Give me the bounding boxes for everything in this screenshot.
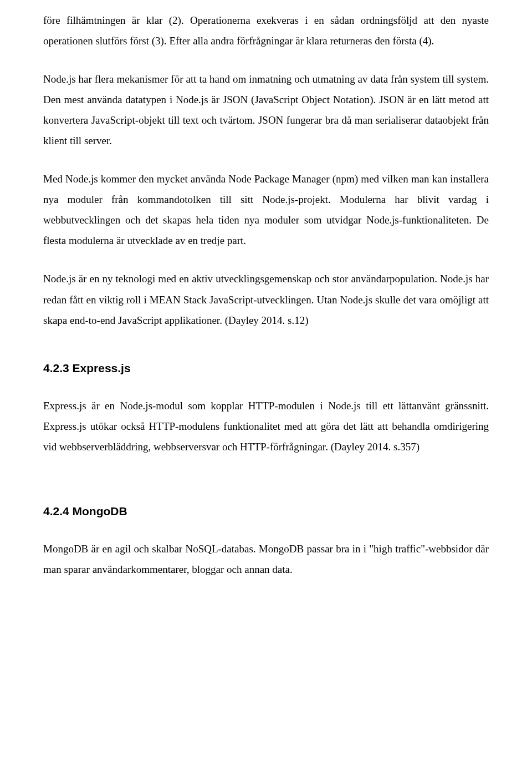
section-heading-mongodb: 4.2.4 MongoDB <box>43 500 489 523</box>
body-paragraph: MongoDB är en agil och skalbar NoSQL-dat… <box>43 539 489 580</box>
section-heading-express: 4.2.3 Express.js <box>43 357 489 380</box>
body-paragraph: Node.js har flera mekanismer för att ta … <box>43 69 489 151</box>
body-paragraph: Med Node.js kommer den mycket använda No… <box>43 169 489 251</box>
body-paragraph: före filhämtningen är klar (2). Operatio… <box>43 10 489 51</box>
body-paragraph: Express.js är en Node.js-modul som koppl… <box>43 395 489 457</box>
body-paragraph: Node.js är en ny teknologi med en aktiv … <box>43 268 489 330</box>
